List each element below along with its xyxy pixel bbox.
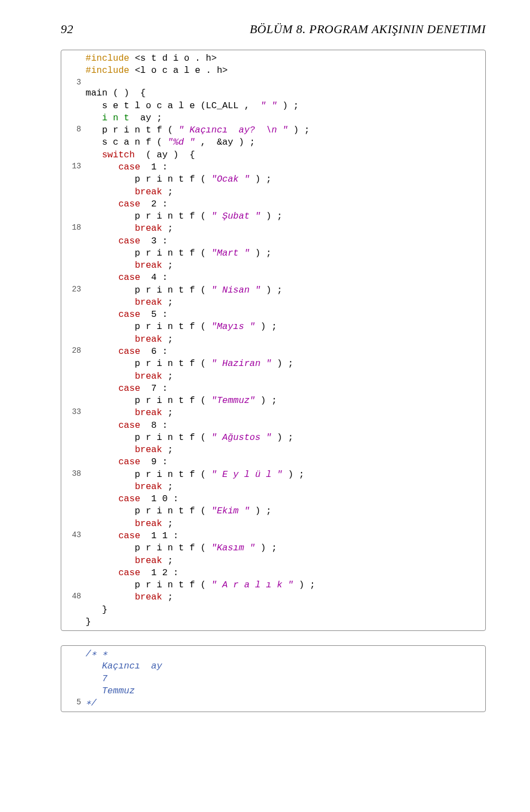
code-line: p r i n t f ( " Şubat " ) ; xyxy=(61,210,485,222)
line-number xyxy=(61,444,84,456)
code-content: #include <l o c a l e . h> xyxy=(84,65,485,77)
line-number xyxy=(61,259,84,272)
code-line: } xyxy=(61,604,485,616)
code-content: case 1 : xyxy=(84,161,485,173)
code-line: 13 case 1 : xyxy=(61,161,485,173)
code-content: case 5 : xyxy=(84,309,485,321)
page-header: 92 BÖLÜM 8. PROGRAM AKIŞININ DENETIMI xyxy=(61,22,486,36)
code-content: case 6 : xyxy=(84,346,485,358)
code-line: break ; xyxy=(61,186,485,198)
line-number xyxy=(61,333,84,346)
line-number xyxy=(61,518,84,530)
code-line: case 1 2 : xyxy=(61,567,485,579)
code-content: p r i n t f ( " Nisan " ) ; xyxy=(84,284,485,296)
code-content: break ; xyxy=(84,555,485,567)
line-number xyxy=(61,112,84,124)
line-number xyxy=(61,660,84,672)
code-line: case 8 : xyxy=(61,420,485,432)
code-content: case 9 : xyxy=(84,456,485,468)
code-content: } xyxy=(84,616,485,628)
code-line: p r i n t f ( "Ocak " ) ; xyxy=(61,173,485,185)
code-line: break ; xyxy=(61,296,485,309)
code-content: switch ( ay ) { xyxy=(84,149,485,161)
code-content: case 8 : xyxy=(84,420,485,432)
code-content: p r i n t f ( " A r a l ı k " ) ; xyxy=(84,579,485,591)
code-content: break ; xyxy=(84,370,485,383)
code-line: case 7 : xyxy=(61,383,485,395)
line-number xyxy=(61,481,84,493)
code-content: p r i n t f ( "Ekim " ) ; xyxy=(84,505,485,517)
code-line: } xyxy=(61,616,485,628)
line-number xyxy=(61,296,84,309)
code-content: p r i n t f ( "Mart " ) ; xyxy=(84,247,485,259)
code-content: case 7 : xyxy=(84,383,485,395)
line-number xyxy=(61,456,84,468)
line-number: 48 xyxy=(61,591,84,603)
code-content: break ; xyxy=(84,222,485,235)
code-line: i n t ay ; xyxy=(61,112,485,124)
line-number xyxy=(61,272,84,284)
line-number xyxy=(61,542,84,554)
line-number: 43 xyxy=(61,530,84,542)
code-content: s e t l o c a l e (LC_ALL , " " ) ; xyxy=(84,100,485,112)
line-number xyxy=(61,87,84,99)
line-number xyxy=(61,136,84,148)
code-line: Temmuz xyxy=(61,685,485,697)
code-line: p r i n t f ( " Ağustos " ) ; xyxy=(61,432,485,444)
code-line: 23 p r i n t f ( " Nisan " ) ; xyxy=(61,284,485,296)
chapter-title: BÖLÜM 8. PROGRAM AKIŞININ DENETIMI xyxy=(250,22,486,36)
code-line: 3 xyxy=(61,77,485,88)
code-content: break ; xyxy=(84,333,485,346)
line-number: 13 xyxy=(61,161,84,173)
code-block-main: #include <s t d i o . h>#include <l o c … xyxy=(61,50,486,631)
code-line: p r i n t f ( " Haziran " ) ; xyxy=(61,358,485,370)
line-number xyxy=(61,673,84,685)
code-content: break ; xyxy=(84,518,485,530)
line-number: 18 xyxy=(61,222,84,235)
line-number xyxy=(61,65,84,77)
code-content: case 2 : xyxy=(84,198,485,210)
line-number xyxy=(61,555,84,567)
code-line: break ; xyxy=(61,444,485,456)
line-number xyxy=(61,505,84,517)
line-number xyxy=(61,648,84,660)
code-line: p r i n t f ( "Kasım " ) ; xyxy=(61,542,485,554)
code-line: p r i n t f ( "Ekim " ) ; xyxy=(61,505,485,517)
code-line: break ; xyxy=(61,518,485,530)
line-number: 23 xyxy=(61,284,84,296)
line-number xyxy=(61,235,84,247)
code-line: Kaçıncı ay xyxy=(61,660,485,672)
code-content: p r i n t f ( " Şubat " ) ; xyxy=(84,210,485,222)
code-content: break ; xyxy=(84,481,485,493)
code-content: Kaçıncı ay xyxy=(84,660,485,672)
code-line: case 1 0 : xyxy=(61,493,485,505)
code-line: 8 p r i n t f ( " Kaçıncı ay? \n " ) ; xyxy=(61,124,485,136)
page: 92 BÖLÜM 8. PROGRAM AKIŞININ DENETIMI #i… xyxy=(0,0,530,760)
line-number: 38 xyxy=(61,469,84,481)
code-content xyxy=(84,77,485,88)
line-number xyxy=(61,321,84,333)
code-content: p r i n t f ( " E y l ü l " ) ; xyxy=(84,469,485,481)
code-content: p r i n t f ( "Mayıs " ) ; xyxy=(84,321,485,333)
line-number xyxy=(61,395,84,407)
code-line: main ( ) { xyxy=(61,87,485,99)
code-line: p r i n t f ( "Mayıs " ) ; xyxy=(61,321,485,333)
line-number xyxy=(61,358,84,370)
code-line: 18 break ; xyxy=(61,222,485,235)
code-content: p r i n t f ( "Kasım " ) ; xyxy=(84,542,485,554)
line-number xyxy=(61,579,84,591)
code-content: main ( ) { xyxy=(84,87,485,99)
code-line: 28 case 6 : xyxy=(61,346,485,358)
code-line: case 4 : xyxy=(61,272,485,284)
code-content: s c a n f ( "%d " , &ay ) ; xyxy=(84,136,485,148)
line-number: 5 xyxy=(61,697,84,709)
line-number: 33 xyxy=(61,407,84,419)
line-number xyxy=(61,420,84,432)
line-number xyxy=(61,383,84,395)
line-number xyxy=(61,186,84,198)
code-line: 48 break ; xyxy=(61,591,485,603)
code-content: case 1 0 : xyxy=(84,493,485,505)
code-content: #include <s t d i o . h> xyxy=(84,52,485,65)
code-line: #include <l o c a l e . h> xyxy=(61,65,485,77)
line-number xyxy=(61,149,84,161)
